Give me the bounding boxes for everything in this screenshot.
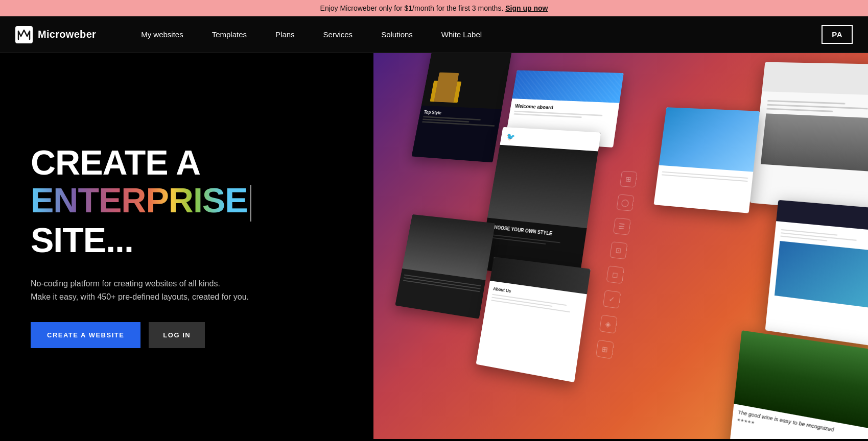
subtitle-line1: No-coding platform for creating websites… — [31, 279, 220, 288]
subtitle-line2: Make it easy, with 450+ pre-defined layo… — [31, 292, 249, 301]
card-3-top — [762, 62, 868, 96]
nav-links: My websites Templates Plans Services Sol… — [127, 16, 822, 53]
user-avatar-button[interactable]: PA — [822, 25, 853, 44]
hero-title: CREATE A ENTERPRISE SITE... — [31, 144, 343, 259]
card-4-image — [487, 145, 598, 228]
card-3-body — [754, 91, 868, 179]
nav-right: PA — [822, 25, 853, 44]
card-4-logo-icon: 🐦 — [506, 132, 516, 141]
sidebar-icon-7: ◈ — [599, 314, 617, 333]
card-9-image — [659, 107, 760, 172]
card-1-image — [421, 53, 512, 109]
hero-section: CREATE A ENTERPRISE SITE... No-coding pl… — [0, 53, 868, 439]
navbar: Microweber My websites Templates Plans S… — [0, 16, 868, 53]
template-card-8: The good wine is easy to be recognized ★… — [729, 330, 868, 439]
sidebar-icon-3: ☰ — [613, 217, 630, 235]
hero-title-enterprise: ENTERPRISE — [31, 181, 248, 219]
nav-templates[interactable]: Templates — [198, 16, 261, 53]
logo-text: Microweber — [38, 29, 96, 40]
template-card-7: About Us — [476, 257, 591, 382]
top-banner: Enjoy Microweber only for $1/month for t… — [0, 0, 868, 16]
sidebar-icon-6: ✓ — [602, 290, 621, 309]
card-4-person — [522, 156, 559, 224]
hero-right: Top Style Welcome aboard — [373, 53, 868, 439]
create-website-button[interactable]: CREATE A WEBSITE — [31, 322, 140, 348]
signup-link[interactable]: Sign up now — [505, 4, 548, 12]
template-card-5 — [395, 214, 495, 319]
cursor-blink — [250, 185, 251, 222]
card-2-header — [512, 70, 623, 103]
template-card-1: Top Style — [411, 53, 512, 162]
template-card-6 — [765, 200, 868, 347]
card-1-content: Top Style — [417, 105, 502, 132]
card-6-body — [768, 221, 868, 314]
hero-title-line2: ENTERPRISE — [31, 182, 343, 222]
nav-plans[interactable]: Plans — [261, 16, 309, 53]
nav-my-websites[interactable]: My websites — [127, 16, 198, 53]
nav-services[interactable]: Services — [309, 16, 367, 53]
nav-solutions[interactable]: Solutions — [367, 16, 427, 53]
card-3-image — [761, 113, 868, 172]
card-2-body: Welcome aboard — [508, 99, 619, 126]
hero-title-line1: CREATE A — [31, 144, 343, 181]
nav-white-label[interactable]: White Label — [427, 16, 496, 53]
icons-sidebar: ⊞ ◯ ☰ ⊡ ◻ ✓ ◈ ⊞ — [595, 170, 637, 359]
banner-text: Enjoy Microweber only for $1/month for t… — [320, 4, 504, 12]
card-5-image — [402, 214, 495, 280]
template-card-3 — [750, 62, 868, 214]
hero-title-line3: SITE... — [31, 222, 343, 259]
hero-buttons: CREATE A WEBSITE LOG IN — [31, 322, 343, 348]
template-collage: Top Style Welcome aboard — [373, 60, 868, 439]
card-1-lines — [422, 116, 496, 126]
sidebar-icon-1: ⊞ — [619, 170, 637, 187]
logo[interactable]: Microweber — [15, 26, 96, 43]
card-3-lines — [766, 100, 868, 114]
template-card-9 — [653, 107, 760, 213]
card-6-image — [775, 241, 868, 308]
login-button[interactable]: LOG IN — [149, 322, 205, 348]
sidebar-icon-5: ◻ — [606, 265, 624, 284]
sidebar-icon-2: ◯ — [616, 194, 634, 211]
sidebar-icon-8: ⊞ — [595, 339, 614, 359]
card-9-lines — [662, 172, 748, 182]
logo-icon — [15, 26, 33, 43]
hero-subtitle: No-coding platform for creating websites… — [31, 277, 343, 303]
sidebar-icon-4: ⊡ — [609, 241, 627, 259]
hero-left: CREATE A ENTERPRISE SITE... No-coding pl… — [0, 53, 373, 439]
